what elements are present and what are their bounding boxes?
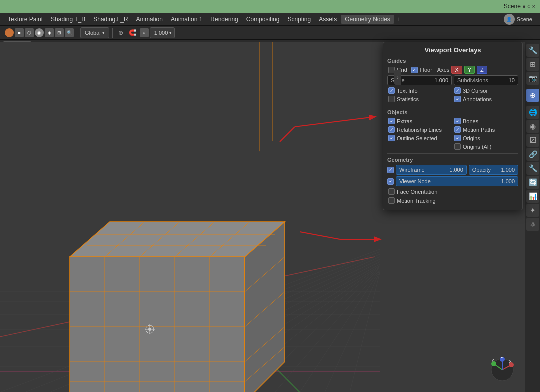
statistics-checkbox-item[interactable]: Statistics [387,95,452,103]
tab-geometry-nodes[interactable]: Geometry Nodes [341,15,394,24]
sidebar-physics-btn[interactable]: ⚛ [526,218,539,231]
wireframe-checkbox[interactable] [387,167,394,173]
z-axis-button[interactable]: Z [477,66,487,74]
proportional-edit-icon[interactable]: ○ [140,28,149,37]
floor-checkbox-item[interactable]: Floor [410,66,433,74]
viewer-node-field[interactable]: Viewer Node 1.000 [396,176,518,186]
viewer-node-checkbox[interactable] [387,178,394,185]
sidebar-render-btn[interactable]: 🖼 [526,134,539,147]
x-axis-button[interactable]: X [451,66,462,74]
scale-row: Scale 1.000 Subdivisions 10 [387,75,518,85]
motion-tracking-label: Motion Tracking [397,198,436,204]
tab-compositing[interactable]: Compositing [242,15,284,24]
floor-checkbox[interactable] [411,67,418,73]
motion-paths-checkbox[interactable] [454,126,461,133]
scene-name: Scene [517,16,532,22]
sidebar-particles-btn[interactable]: ✦ [526,204,539,217]
origins-all-checkbox-item[interactable]: Origins (All) [453,143,518,150]
motion-tracking-checkbox[interactable] [388,197,395,204]
extras-checkbox-item[interactable]: Extras [387,117,452,125]
cursor-3d-checkbox[interactable] [454,87,461,94]
bones-checkbox[interactable] [454,118,461,124]
motion-tracking-checkbox-item[interactable]: Motion Tracking [387,197,518,204]
motion-paths-checkbox-item[interactable]: Motion Paths [453,126,518,133]
tab-assets[interactable]: Assets [315,15,341,24]
outline-selected-checkbox[interactable] [388,135,395,141]
tab-shading-tb[interactable]: Shading T_B [47,15,89,24]
text-info-checkbox[interactable] [388,87,395,94]
sidebar-item-btn[interactable]: ⊞ [526,58,539,71]
add-workspace-button[interactable]: + [394,15,404,24]
tab-animation[interactable]: Animation [132,15,167,24]
relationship-lines-checkbox-item[interactable]: Relationship Lines [387,126,452,133]
sidebar-constraint-btn[interactable]: 🔄 [526,176,539,189]
scale-value: 1.000 [434,77,448,83]
viewport-axis-gizmo[interactable]: X Y Z [490,357,515,382]
object-mode-icon[interactable]: ■ [15,28,24,37]
svg-text:Y: Y [492,359,494,362]
divider-1 [387,106,518,106]
cursor-3d-checkbox-item[interactable]: 3D Cursor [453,87,518,94]
wireframe-label: Wireframe [399,167,425,173]
origins-checkbox[interactable] [454,135,461,141]
svg-marker-26 [70,257,245,392]
render-icon[interactable]: ◉ [35,28,44,37]
face-orientation-checkbox[interactable] [388,188,395,195]
wireframe-field[interactable]: Wireframe 1.000 [396,165,467,175]
viewport-overlays-panel: Viewport Overlays Guides Grid Floor Axes… [383,42,523,210]
geometry-section-label: Geometry [387,157,518,163]
wireframe-value: 1.000 [449,167,463,173]
sidebar-world-btn[interactable]: 🌐 [526,106,539,119]
sidebar-camera-btn[interactable]: 📷 [526,72,539,85]
orientation-label: Global [85,30,101,36]
face-orientation-label: Face Orientation [397,189,437,195]
sidebar-active-btn[interactable]: ⊕ [526,89,539,102]
search-icon[interactable]: 🔍 [65,28,74,37]
opacity-field[interactable]: Opacity 1.000 [469,165,518,175]
guides-row: Grid Floor Axes X Y Z [387,66,518,74]
extras-checkbox[interactable] [388,118,395,124]
tab-texture-paint[interactable]: Texture Paint [4,15,47,24]
bones-checkbox-item[interactable]: Bones [453,117,518,125]
origins-all-checkbox[interactable] [454,143,461,150]
transform-pivot-icon[interactable]: ⊕ [116,28,126,38]
viewport-icon[interactable]: ⬡ [25,28,34,37]
snap-value-dropdown[interactable]: 1.000 [150,27,175,38]
snap-icon[interactable]: 🧲 [128,28,138,38]
y-axis-button[interactable]: Y [464,66,475,74]
annotations-checkbox[interactable] [454,96,461,102]
motion-paths-label: Motion Paths [463,127,495,133]
opacity-value: 1.000 [501,167,515,173]
sidebar-wrench-btn[interactable]: 🔧 [526,162,539,175]
statistics-checkbox[interactable] [388,96,395,102]
statistics-label: Statistics [397,96,419,102]
origins-all-label: Origins (All) [463,144,491,150]
text-info-checkbox-item[interactable]: Text Info [387,87,452,94]
tab-shading-lr[interactable]: Shading.L_R [89,15,132,24]
material-icon[interactable]: ◈ [45,28,54,37]
blender-logo [5,28,14,37]
relationship-lines-checkbox[interactable] [388,126,395,133]
subdivisions-field[interactable]: Subdivisions 10 [454,75,518,85]
transform-orientation-dropdown[interactable]: Global [80,27,109,38]
tab-animation1[interactable]: Animation 1 [167,15,206,24]
annotations-checkbox-item[interactable]: Annotations [453,95,518,103]
axes-label: Axes [437,67,449,73]
tab-scripting[interactable]: Scripting [283,15,315,24]
sidebar-tools-btn[interactable]: 🔧 [526,44,539,57]
panel-collapse-button[interactable]: › [394,70,401,85]
svg-point-52 [148,328,151,331]
overlays-panel-title: Viewport Overlays [387,46,518,54]
outline-selected-label: Outline Selected [397,135,437,141]
scene-title: Scene [504,3,521,10]
annotations-label: Annotations [463,96,492,102]
relationship-lines-label: Relationship Lines [397,127,442,133]
tab-rendering[interactable]: Rendering [206,15,242,24]
origins-checkbox-item[interactable]: Origins [453,134,518,142]
sidebar-shader-btn[interactable]: ◉ [526,120,539,133]
face-orientation-checkbox-item[interactable]: Face Orientation [387,188,518,195]
sidebar-data-btn[interactable]: 📊 [526,190,539,203]
sidebar-scene-btn[interactable]: 🔗 [526,148,539,161]
outline-icon[interactable]: ⊞ [55,28,64,37]
outline-selected-checkbox-item[interactable]: Outline Selected [387,134,452,142]
